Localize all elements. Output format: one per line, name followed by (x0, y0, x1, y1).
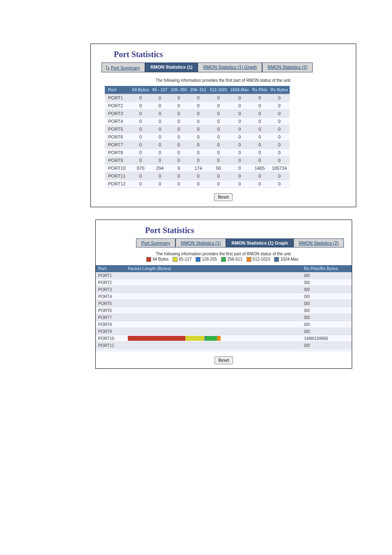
reset-button-2[interactable]: Reset (214, 356, 233, 364)
legend-label: 65-127 (179, 257, 191, 261)
value-cell: 0 (251, 102, 269, 110)
panel1-note: The following information provides the f… (98, 78, 348, 83)
legend-label: 128-255 (202, 257, 217, 261)
tab-rmon-stats-1-graph[interactable]: RMON Statistics (1) Graph (198, 62, 262, 72)
tab-port-summary-label: Port Summary (111, 65, 140, 70)
tab-port-summary-2[interactable]: Port Summary (136, 238, 175, 247)
legend-swatch (247, 257, 251, 262)
table-row: PORT200000000 (105, 102, 290, 110)
bar-cell (125, 286, 302, 293)
panel2-title: Port Statistics (145, 226, 352, 235)
value-cell: 0 (189, 94, 208, 102)
value-cell: 0 (151, 118, 169, 125)
port-cell: PORT3 (105, 110, 131, 118)
tab-rmon-stats-2[interactable]: RMON Statistics (2) (262, 62, 313, 72)
value-cell: 870 (131, 164, 151, 172)
tab-rmon-stats-1-graph-label: RMON Statistics (1) Graph (203, 65, 257, 69)
value-cell: 0 (151, 94, 169, 102)
value-cell: 0 (131, 133, 151, 141)
table-header: Rx Pkts/Rx Bytes (302, 265, 352, 272)
value-cell: 0 (229, 133, 251, 141)
port-cell: PORT10 (105, 164, 131, 172)
value-cell: 0 (189, 133, 208, 141)
value-cell: 0 (169, 94, 188, 102)
legend-item: 256-511 (221, 257, 242, 262)
value-cell: 0 (151, 149, 169, 157)
value-cell: 0 (229, 141, 251, 149)
legend-label: 1024-Max (280, 257, 298, 261)
tab-rmon-stats-1-graph-2[interactable]: RMON Statistics (1) Graph (226, 238, 293, 247)
value-cell: 0 (208, 141, 228, 149)
port-cell: PORT2 (96, 279, 125, 286)
value-cell: 0 (151, 125, 169, 133)
table-header: 1024-Max (229, 86, 251, 94)
port-cell: PORT8 (105, 149, 131, 157)
value-cell: 0 (189, 172, 208, 180)
value-cell: 0 (208, 110, 228, 118)
port-cell: PORT7 (96, 314, 125, 321)
value-cell: 0 (229, 102, 251, 110)
legend-swatch (196, 257, 201, 262)
port-cell: PORT4 (105, 118, 131, 125)
bar-chart-row (128, 294, 299, 299)
bar-chart-row (128, 329, 299, 334)
value-cell: 0 (131, 149, 151, 157)
value-cell: 0 (169, 133, 188, 141)
value-cell: 0 (269, 180, 290, 188)
table-row: PORT60/0 (96, 307, 352, 314)
value-cell: 0 (269, 172, 290, 180)
value-cell: 0 (131, 141, 151, 149)
bar-segment (205, 336, 217, 341)
port-cell: PORT2 (105, 102, 131, 110)
value-cell: 0 (169, 157, 188, 164)
legend-item: 1024-Max (274, 257, 298, 262)
tab-port-summary[interactable]: Port Summary (101, 62, 145, 72)
port-statistics-panel-1: Port Statistics Port Summary RMON Statis… (90, 44, 356, 207)
port-cell: PORT1 (96, 272, 125, 279)
table-header: Rx Bytes (269, 86, 290, 94)
value-cell: 0 (269, 157, 290, 164)
value-cell: 0 (251, 141, 269, 149)
value-cell: 0 (151, 172, 169, 180)
bar-cell (125, 300, 302, 307)
value-cell: 0 (208, 118, 228, 125)
tab-rmon-stats-2-2[interactable]: RMON Statistics (2) (293, 238, 344, 247)
value-cell: 0 (269, 141, 290, 149)
value-cell: 0 (169, 125, 188, 133)
bar-cell (125, 328, 302, 335)
value-cell: 0 (229, 164, 251, 172)
port-cell: PORT11 (105, 172, 131, 180)
value-cell: 0 (251, 94, 269, 102)
value-cell: 0 (151, 141, 169, 149)
table-row: PORT1087029491745801405185724 (105, 164, 290, 172)
table-header: 65 - 127 (151, 86, 169, 94)
table-header: Port (96, 265, 125, 272)
table-row: PORT700000000 (105, 141, 290, 149)
rx-cell: 0/0 (302, 342, 352, 349)
tab-rmon-stats-1[interactable]: RMON Statistics (1) (145, 62, 198, 72)
table-row: PORT400000000 (105, 118, 290, 125)
value-cell: 0 (229, 94, 251, 102)
value-cell: 0 (269, 94, 290, 102)
value-cell: 0 (229, 149, 251, 157)
value-cell: 0 (269, 125, 290, 133)
table-row: PORT10/0 (96, 272, 352, 279)
value-cell: 0 (208, 180, 228, 188)
bar-cell (125, 321, 302, 328)
tab-rmon-stats-1-2[interactable]: RMON Statistics (1) (175, 238, 226, 247)
table-row: PORT1100000000 (105, 172, 290, 180)
port-cell: PORT7 (105, 141, 131, 149)
value-cell: 0 (251, 133, 269, 141)
tab-rmon-stats-1-graph-2-label: RMON Statistics (1) Graph (231, 240, 288, 245)
reset-button[interactable]: Reset (214, 193, 233, 201)
port-cell: PORT4 (96, 293, 125, 300)
value-cell: 0 (189, 180, 208, 188)
value-cell: 0 (229, 118, 251, 125)
value-cell: 0 (131, 110, 151, 118)
value-cell: 0 (169, 180, 188, 188)
table-row: PORT1200000000 (105, 180, 290, 188)
value-cell: 0 (131, 118, 151, 125)
value-cell: 0 (169, 110, 188, 118)
value-cell: 0 (269, 110, 290, 118)
value-cell: 0 (131, 157, 151, 164)
